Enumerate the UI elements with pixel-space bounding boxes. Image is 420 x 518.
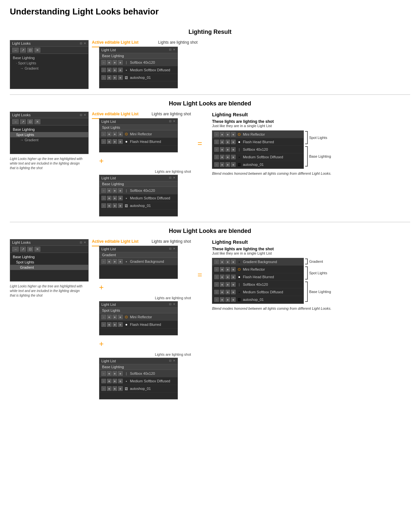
s3-tree-base[interactable]: Base Lighting: [10, 254, 88, 259]
s3-light-gradient-bg[interactable]: ○ ■ ■ ■ ▪ Gradient Background: [99, 258, 178, 265]
s3-close-icon[interactable]: ✕: [84, 241, 86, 244]
s3-lock-b2[interactable]: ■: [113, 379, 117, 383]
s3-pow-s2[interactable]: ○: [101, 322, 106, 327]
s2-toolbar-btn-3[interactable]: ⊡: [27, 119, 33, 124]
s2-vis-s3[interactable]: ■: [107, 203, 112, 208]
s2-pow-1[interactable]: ○: [101, 132, 106, 136]
light-row-autoshop[interactable]: ○ ■ ■ ■ 🖼 autoshop_01: [99, 74, 178, 81]
s2-ll-close-base[interactable]: ✕: [173, 176, 176, 180]
s3-solo-b1[interactable]: ■: [118, 371, 123, 376]
s3-vis-s2[interactable]: ■: [107, 322, 112, 327]
s3-light-mini[interactable]: ○ ■ ■ ■ ⊙ Mini Reflector: [99, 313, 178, 321]
light-power-btn-3[interactable]: ○: [101, 75, 106, 80]
s3-tree-spot[interactable]: Spot Lights: [10, 259, 88, 265]
ll-settings-icon[interactable]: ⊟: [169, 48, 172, 52]
s2-lock-s1[interactable]: ■: [113, 188, 117, 193]
toolbar-btn-1[interactable]: →: [12, 48, 19, 53]
s2-lock-2[interactable]: ■: [113, 139, 117, 144]
s3-vis-b3[interactable]: ■: [107, 386, 112, 391]
s3-toolbar-btn-3[interactable]: ⊡: [27, 247, 33, 252]
light-power-btn[interactable]: ○: [101, 60, 106, 65]
s3-solo-s2[interactable]: ■: [118, 322, 123, 327]
s3-minimize-icon[interactable]: ⊟: [80, 241, 82, 244]
s3-toolbar-btn-1[interactable]: →: [12, 247, 19, 252]
minimize-icon[interactable]: ⊟: [80, 42, 82, 45]
s2-light-flash[interactable]: ○ ■ ■ ■ ● Flash Head Blurred: [99, 138, 178, 146]
s3-light-softbox[interactable]: ○ ■ ■ ■ | Softbox 40x120: [99, 370, 178, 377]
s2-light-softbox[interactable]: ○ ■ ■ ■ | Softbox 40x120: [99, 187, 178, 194]
close-icon[interactable]: ✕: [84, 42, 86, 45]
s3-pow-b1[interactable]: ○: [101, 371, 106, 376]
s3-vis-g1[interactable]: ■: [107, 259, 112, 264]
s3-solo-b3[interactable]: ■: [118, 386, 123, 391]
s2-solo-1[interactable]: ■: [118, 132, 123, 136]
s3-ll-close-g[interactable]: ✕: [173, 247, 176, 251]
tree-item-base-lighting[interactable]: Base Lighting: [10, 55, 88, 60]
s3-ll-set-b[interactable]: ⊟: [169, 359, 172, 363]
s2-vis-1[interactable]: ■: [107, 132, 112, 136]
tree-item-spot-lights[interactable]: · Spot Lights: [10, 60, 88, 66]
s3-tree-gradient[interactable]: Gradient: [10, 265, 88, 270]
s3-toolbar-close[interactable]: ✕: [34, 247, 40, 252]
s2-vis-s1[interactable]: ■: [107, 188, 112, 193]
s2-lock-s2[interactable]: ■: [113, 196, 117, 200]
light-row-softbox[interactable]: ○ ■ ■ ■ | Softbox 40x120: [99, 59, 178, 66]
s2-tree-gradient[interactable]: → Gradient: [10, 137, 88, 143]
light-vis-btn-3[interactable]: ■: [107, 75, 112, 80]
s3-pow-b3[interactable]: ○: [101, 386, 106, 391]
s2-solo-s1[interactable]: ■: [118, 188, 123, 193]
light-solo-btn-2[interactable]: ■: [118, 68, 123, 72]
light-row-medium[interactable]: ○ ■ ■ ■ ▪ Medium Softbox Diffused: [99, 66, 178, 74]
toolbar-btn-3[interactable]: ⊡: [27, 48, 33, 53]
s2-pow-2[interactable]: ○: [101, 139, 106, 144]
s3-vis-s1[interactable]: ■: [107, 315, 112, 319]
s2-solo-2[interactable]: ■: [118, 139, 123, 144]
s3-lock-g1[interactable]: ■: [113, 259, 117, 264]
s3-ll-set-s[interactable]: ⊟: [169, 303, 172, 306]
s2-vis-2[interactable]: ■: [107, 139, 112, 144]
s2-ll-settings-base[interactable]: ⊟: [169, 176, 172, 180]
s2-lock-1[interactable]: ■: [113, 132, 117, 136]
s2-light-medium[interactable]: ○ ■ ■ ■ ▪ Medium Softbox Diffused: [99, 194, 178, 202]
s3-ll-close-b[interactable]: ✕: [173, 359, 176, 363]
s3-vis-b1[interactable]: ■: [107, 371, 112, 376]
s3-ll-set-g[interactable]: ⊟: [169, 247, 172, 251]
s3-pow-b2[interactable]: ○: [101, 379, 106, 383]
s3-solo-g1[interactable]: ■: [118, 259, 123, 264]
light-power-btn-2[interactable]: ○: [101, 68, 106, 72]
s2-toolbar-btn-2[interactable]: ↗: [20, 119, 26, 124]
s3-pow-g1[interactable]: ○: [101, 259, 106, 264]
s2-minimize-icon[interactable]: ⊟: [80, 113, 82, 117]
s2-tree-base[interactable]: Base Lighting: [10, 127, 88, 132]
light-lock-btn-2[interactable]: ■: [113, 68, 117, 72]
s3-lock-s1[interactable]: ■: [113, 315, 117, 319]
s2-light-mini[interactable]: ○ ■ ■ ■ ⊙ Mini Reflector: [99, 130, 178, 138]
s3-solo-b2[interactable]: ■: [118, 379, 123, 383]
s2-tree-spot[interactable]: Spot Lights: [10, 132, 88, 137]
light-solo-btn-3[interactable]: ■: [118, 75, 123, 80]
light-lock-btn-3[interactable]: ■: [113, 75, 117, 80]
s2-pow-s1[interactable]: ○: [101, 188, 106, 193]
s2-close-icon[interactable]: ✕: [84, 113, 86, 117]
s3-light-flash[interactable]: ○ ■ ■ ■ ● Flash Head Blurred: [99, 321, 178, 328]
tree-item-gradient[interactable]: → Gradient: [10, 66, 88, 71]
s2-solo-s3[interactable]: ■: [118, 203, 123, 208]
light-vis-btn[interactable]: ■: [107, 60, 112, 65]
s2-ll-settings[interactable]: ⊟: [169, 120, 172, 124]
s3-pow-s1[interactable]: ○: [101, 315, 106, 319]
light-vis-btn-2[interactable]: ■: [107, 68, 112, 72]
s3-toolbar-btn-2[interactable]: ↗: [20, 247, 26, 252]
s2-solo-s2[interactable]: ■: [118, 196, 123, 200]
s3-solo-s1[interactable]: ■: [118, 315, 123, 319]
s2-ll-close[interactable]: ✕: [173, 120, 176, 124]
ll-close-icon[interactable]: ✕: [173, 48, 176, 52]
s2-light-autoshop[interactable]: ○ ■ ■ ■ 🖼 autoshop_01: [99, 202, 178, 210]
s2-toolbar-btn-1[interactable]: →: [12, 119, 19, 124]
s3-ll-close-s[interactable]: ✕: [173, 303, 176, 306]
toolbar-btn-2[interactable]: ↗: [20, 48, 26, 53]
s3-lock-b1[interactable]: ■: [113, 371, 117, 376]
s2-vis-s2[interactable]: ■: [107, 196, 112, 200]
s2-pow-s2[interactable]: ○: [101, 196, 106, 200]
s3-light-medium[interactable]: ○ ■ ■ ■ ▪ Medium Softbox Diffused: [99, 377, 178, 385]
s3-vis-b2[interactable]: ■: [107, 379, 112, 383]
